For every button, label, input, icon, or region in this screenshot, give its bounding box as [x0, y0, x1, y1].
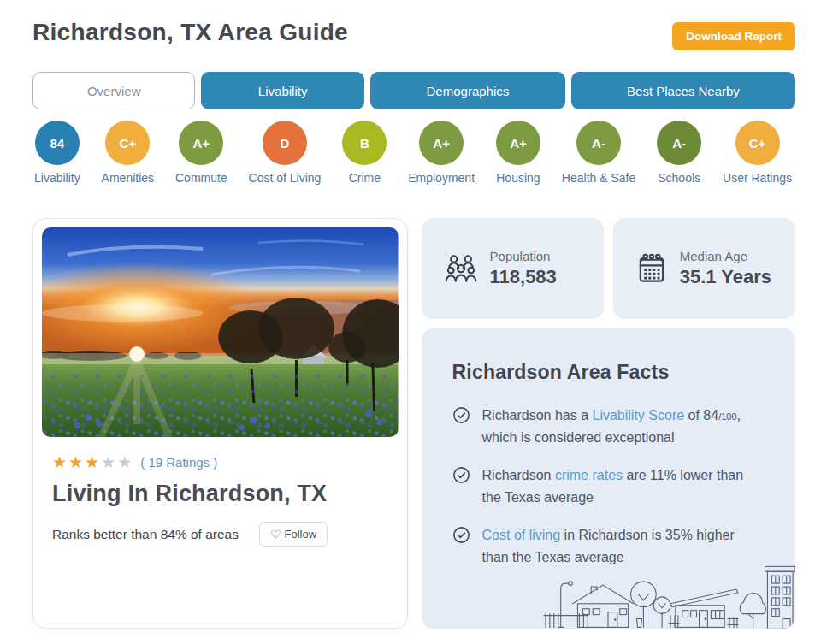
tab-overview[interactable]: Overview [32, 72, 195, 109]
download-report-button[interactable]: Download Report [672, 22, 795, 50]
right-column: Population 118,583 [422, 218, 795, 629]
facts-list: Richardson has a Livability Score of 84/… [452, 405, 766, 569]
score-badge-user-ratings[interactable]: C+ User Ratings [723, 121, 792, 185]
score-label: Crime [349, 171, 381, 185]
facts-title: Richardson Area Facts [452, 361, 766, 384]
score-label: Schools [658, 171, 700, 185]
score-grade: A+ [419, 121, 464, 165]
ratings-link[interactable]: ( 19 Ratings ) [140, 455, 217, 470]
score-grade: A- [657, 121, 701, 165]
tab-demographics[interactable]: Demographics [370, 72, 565, 109]
fact-item: Richardson crime rates are 11% lower tha… [452, 464, 766, 508]
score-grade: C+ [735, 121, 780, 165]
heart-icon: ♡ [270, 529, 281, 541]
fact-segment: Richardson has a [482, 408, 593, 422]
score-label: Cost of Living [249, 171, 322, 185]
rank-row: Ranks better than 84% of areas ♡ Follow [52, 522, 388, 547]
follow-button[interactable]: ♡ Follow [259, 522, 328, 547]
score-badge-livability[interactable]: 84 Livability [34, 121, 80, 185]
stat-value: 35.1 Years [680, 266, 771, 288]
score-badge-housing[interactable]: A+ Housing [496, 121, 540, 185]
rank-text: Ranks better than 84% of areas [52, 527, 239, 542]
star-icon: ★ [85, 453, 101, 471]
score-grade: 84 [35, 121, 80, 165]
calendar-icon [635, 252, 668, 285]
score-badge-amenities[interactable]: C+ Amenities [102, 121, 154, 185]
tab-livability[interactable]: Livability [201, 72, 363, 109]
tab-label: Demographics [427, 84, 510, 98]
check-circle-icon [452, 466, 470, 484]
listing-body: ★★★★★ ( 19 Ratings ) Living In Richardso… [42, 437, 399, 547]
stats-row: Population 118,583 [422, 218, 795, 319]
tab-best-places-nearby[interactable]: Best Places Nearby [571, 72, 795, 109]
score-label: Health & Safe [562, 171, 635, 185]
fact-segment: of 84 [684, 408, 718, 422]
score-label: Livability [34, 171, 80, 185]
score-badge-schools[interactable]: A- Schools [657, 121, 701, 185]
tab-label: Best Places Nearby [627, 84, 740, 98]
rating-row: ★★★★★ ( 19 Ratings ) [52, 454, 388, 470]
score-grade: B [342, 121, 387, 165]
fact-link[interactable]: crime rates [555, 468, 623, 482]
score-grade: A+ [496, 121, 540, 165]
star-icon: ★ [117, 453, 133, 471]
fact-text: Richardson has a Livability Score of 84/… [482, 405, 765, 448]
listing-card: ★★★★★ ( 19 Ratings ) Living In Richardso… [32, 218, 408, 629]
main-content: ★★★★★ ( 19 Ratings ) Living In Richardso… [32, 218, 795, 629]
tab-label: Livability [258, 84, 308, 98]
tab-label: Overview [87, 84, 141, 98]
median-age-card: Median Age 35.1 Years [613, 218, 795, 319]
follow-label: Follow [285, 528, 317, 541]
score-label: Employment [408, 171, 475, 185]
score-label: Commute [175, 171, 227, 185]
star-rating: ★★★★★ [52, 454, 133, 470]
fact-text: Richardson crime rates are 11% lower tha… [482, 464, 765, 508]
people-icon [444, 253, 478, 284]
score-grade: A- [576, 121, 621, 165]
listing-title: Living In Richardson, TX [52, 481, 388, 507]
score-badge-commute[interactable]: A+ Commute [175, 121, 227, 185]
star-icon: ★ [101, 453, 117, 471]
score-badges-row: 84 Livability C+ Amenities A+ Commute D … [32, 121, 795, 185]
score-grade: C+ [105, 121, 150, 165]
fact-item: Richardson has a Livability Score of 84/… [452, 405, 766, 448]
section-tabs: Overview Livability Demographics Best Pl… [32, 72, 795, 109]
fact-segment: /100 [718, 411, 736, 422]
fact-link[interactable]: Cost of living [482, 528, 561, 542]
area-guide-page: Richardson, TX Area Guide Download Repor… [0, 0, 821, 644]
star-icon: ★ [52, 453, 68, 471]
area-facts-card: Richardson Area Facts Richardson has a L… [422, 328, 795, 629]
population-card: Population 118,583 [422, 218, 604, 319]
population-stat: Population 118,583 [490, 249, 557, 288]
score-badge-employment[interactable]: A+ Employment [408, 121, 475, 185]
page-header: Richardson, TX Area Guide Download Repor… [32, 17, 795, 50]
score-badge-cost-of-living[interactable]: D Cost of Living [249, 121, 322, 185]
fact-segment: Richardson [482, 468, 555, 482]
score-label: Housing [496, 171, 540, 185]
star-icon: ★ [68, 453, 85, 471]
check-circle-icon [452, 406, 470, 424]
stat-value: 118,583 [490, 266, 557, 288]
stat-label: Median Age [680, 249, 771, 263]
stat-label: Population [490, 249, 557, 263]
score-label: User Ratings [723, 171, 792, 185]
score-grade: D [263, 121, 307, 165]
score-badge-health-safe[interactable]: A- Health & Safe [562, 121, 635, 185]
score-badge-crime[interactable]: B Crime [342, 121, 387, 185]
city-skyline-illustration [542, 551, 795, 629]
page-title: Richardson, TX Area Guide [32, 17, 348, 46]
area-photo [42, 227, 399, 437]
median-age-stat: Median Age 35.1 Years [680, 249, 771, 288]
fact-link[interactable]: Livability Score [593, 408, 685, 422]
score-grade: A+ [179, 121, 223, 165]
score-label: Amenities [102, 171, 154, 185]
check-circle-icon [452, 526, 470, 544]
